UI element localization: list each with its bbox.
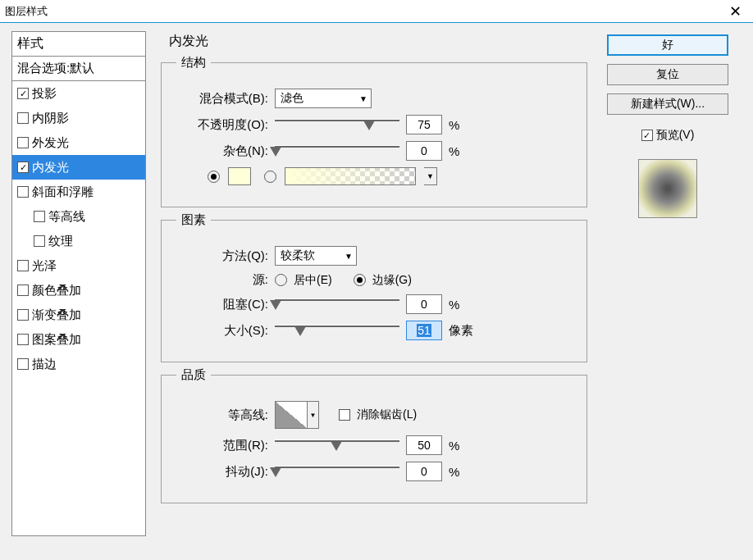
gradient-swatch[interactable] [285, 167, 416, 185]
style-checkbox[interactable] [17, 112, 29, 124]
preview-label: 预览(V) [656, 128, 695, 143]
size-input[interactable]: 51 [406, 321, 442, 340]
choke-input[interactable]: 0 [406, 294, 442, 314]
style-checkbox[interactable] [17, 137, 29, 148]
style-checkbox[interactable] [17, 186, 29, 198]
contour-picker[interactable] [275, 401, 308, 429]
contour-dropdown-icon[interactable]: ▼ [308, 401, 319, 429]
style-item-4[interactable]: 斜面和浮雕 [12, 180, 145, 204]
antialias-label: 消除锯齿(L) [357, 407, 417, 422]
source-edge-radio[interactable] [354, 274, 366, 286]
style-checkbox[interactable] [17, 162, 29, 173]
technique-combo[interactable]: 较柔软 ▼ [275, 246, 357, 266]
style-checkbox[interactable] [17, 309, 29, 321]
opacity-label: 不透明度(O): [176, 117, 268, 133]
right-column: 好 复位 新建样式(W)... 预览(V) [602, 31, 733, 536]
window-title: 图层样式 [5, 4, 48, 19]
style-label: 渐变叠加 [32, 307, 81, 323]
style-checkbox[interactable] [17, 285, 29, 296]
style-item-0[interactable]: 投影 [12, 81, 145, 106]
style-item-10[interactable]: 图案叠加 [12, 327, 145, 352]
blend-mode-label: 混合模式(B): [176, 91, 268, 107]
gradient-dropdown-icon[interactable]: ▼ [424, 167, 437, 185]
source-edge-label: 边缘(G) [372, 273, 412, 288]
antialias-checkbox[interactable] [339, 409, 350, 421]
choke-label: 阻塞(C): [176, 297, 268, 312]
elements-group: 图素 方法(Q): 较柔软 ▼ 源: 居中(E) 边缘(G) 阻塞(C): [161, 212, 587, 362]
source-center-radio[interactable] [275, 274, 287, 286]
jitter-slider[interactable] [275, 463, 399, 480]
color-swatch[interactable] [228, 167, 251, 185]
style-item-8[interactable]: 颜色叠加 [12, 278, 145, 303]
style-item-9[interactable]: 渐变叠加 [12, 303, 145, 327]
contour-label: 等高线: [176, 407, 268, 423]
blend-mode-combo[interactable]: 滤色 ▼ [275, 89, 372, 108]
jitter-label: 抖动(J): [176, 464, 268, 480]
layer-style-dialog: 图层样式 ✕ 样式 混合选项:默认 投影内阴影外发光内发光斜面和浮雕等高线纹理光… [0, 0, 753, 560]
range-slider[interactable] [275, 437, 399, 453]
style-label: 颜色叠加 [32, 283, 81, 298]
noise-label: 杂色(N): [176, 143, 268, 159]
ok-button[interactable]: 好 [607, 34, 728, 56]
size-unit: 像素 [449, 323, 473, 339]
range-label: 范围(R): [176, 438, 268, 453]
preview-checkbox[interactable] [641, 130, 653, 141]
style-label: 纹理 [48, 234, 73, 249]
noise-slider[interactable] [275, 143, 399, 159]
style-item-2[interactable]: 外发光 [12, 130, 145, 155]
close-icon[interactable]: ✕ [723, 2, 748, 20]
technique-label: 方法(Q): [176, 248, 268, 264]
opacity-input[interactable]: 75 [406, 115, 442, 134]
style-label: 图案叠加 [32, 332, 81, 348]
range-unit: % [449, 439, 459, 453]
style-checkbox[interactable] [17, 358, 29, 370]
style-item-1[interactable]: 内阴影 [12, 106, 145, 130]
style-label: 描边 [32, 357, 57, 372]
choke-slider[interactable] [275, 296, 399, 312]
styles-list: 样式 混合选项:默认 投影内阴影外发光内发光斜面和浮雕等高线纹理光泽颜色叠加渐变… [11, 31, 146, 536]
main-column: 内发光 结构 混合模式(B): 滤色 ▼ 不透明度(O): 75 [161, 31, 587, 536]
style-checkbox[interactable] [34, 235, 45, 247]
chevron-down-icon: ▼ [359, 94, 367, 103]
blend-options-row[interactable]: 混合选项:默认 [12, 57, 145, 81]
size-slider[interactable] [275, 322, 399, 339]
style-label: 光泽 [32, 258, 57, 274]
solid-color-radio[interactable] [208, 171, 220, 183]
style-checkbox[interactable] [17, 88, 29, 99]
quality-legend: 品质 [176, 367, 211, 383]
style-label: 外发光 [32, 135, 69, 151]
source-label: 源: [176, 272, 268, 288]
structure-legend: 结构 [176, 55, 211, 71]
styles-header: 样式 [12, 32, 145, 57]
effect-title: 内发光 [161, 31, 587, 50]
preview-thumbnail [638, 159, 697, 218]
titlebar: 图层样式 ✕ [0, 0, 753, 23]
dialog-body: 样式 混合选项:默认 投影内阴影外发光内发光斜面和浮雕等高线纹理光泽颜色叠加渐变… [0, 23, 753, 544]
noise-input[interactable]: 0 [406, 141, 442, 161]
style-item-5[interactable]: 等高线 [12, 204, 145, 229]
style-checkbox[interactable] [17, 334, 29, 345]
jitter-input[interactable]: 0 [406, 462, 442, 481]
structure-group: 结构 混合模式(B): 滤色 ▼ 不透明度(O): 75 % [161, 55, 587, 207]
range-input[interactable]: 50 [406, 435, 442, 455]
opacity-slider[interactable] [275, 116, 399, 133]
source-center-label: 居中(E) [294, 273, 332, 288]
gradient-radio[interactable] [264, 171, 276, 183]
opacity-unit: % [449, 118, 459, 132]
style-item-7[interactable]: 光泽 [12, 253, 145, 278]
quality-group: 品质 等高线: ▼ 消除锯齿(L) 范围(R): 50 % [161, 367, 587, 503]
style-checkbox[interactable] [17, 260, 29, 271]
style-item-6[interactable]: 纹理 [12, 229, 145, 253]
new-style-button[interactable]: 新建样式(W)... [607, 93, 728, 115]
style-label: 内阴影 [32, 111, 69, 126]
elements-legend: 图素 [176, 212, 211, 228]
cancel-button[interactable]: 复位 [607, 64, 728, 85]
size-label: 大小(S): [176, 323, 268, 339]
noise-unit: % [449, 144, 459, 158]
choke-unit: % [449, 298, 459, 312]
style-label: 等高线 [48, 209, 85, 225]
style-item-3[interactable]: 内发光 [12, 155, 145, 180]
style-item-11[interactable]: 描边 [12, 352, 145, 376]
style-label: 斜面和浮雕 [32, 184, 94, 200]
style-checkbox[interactable] [34, 211, 45, 222]
